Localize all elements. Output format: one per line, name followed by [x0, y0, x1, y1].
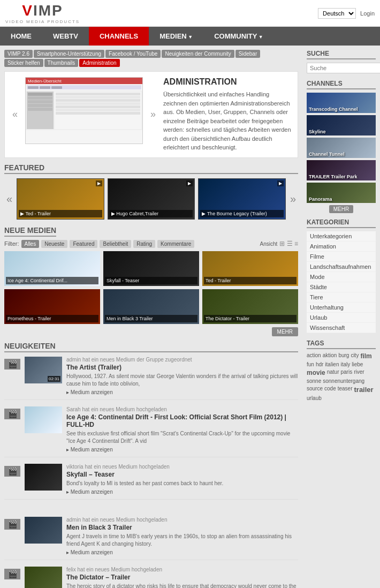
tag-trailer[interactable]: trailer — [354, 386, 374, 394]
nav-webtv[interactable]: WEBTV — [42, 27, 89, 46]
tags-cloud: action aktion burg city film fun hdr ita… — [307, 352, 376, 401]
news-link-0[interactable]: Medium anzeigen — [66, 389, 298, 395]
channel-thumb-tunnel: Channel Tunnel — [307, 138, 376, 158]
filter-kommentare[interactable]: Kommentare — [157, 240, 194, 248]
breadcrumb-thumbnails[interactable]: Thumbnails — [44, 59, 79, 67]
nav-community[interactable]: COMMUNITY — [203, 27, 274, 46]
breadcrumb-smartphone[interactable]: Smartphone-Unterstützung — [34, 50, 104, 58]
nav-home[interactable]: HOME — [0, 27, 42, 46]
media-thumb-5: The Dictator - Trailer — [202, 289, 298, 324]
news-title-4[interactable]: The Dictator – Trailer — [66, 574, 298, 581]
filter-rating[interactable]: Rating — [133, 240, 155, 248]
news-item-0: 🎬 02:31 admin hat ein neues Medium der G… — [4, 357, 298, 400]
filter-beliebtheit[interactable]: Beliebtheit — [100, 240, 131, 248]
tag-action[interactable]: action — [307, 352, 321, 360]
tags-title: TAGS — [307, 340, 376, 349]
breadcrumb-sticker[interactable]: Sticker helfen — [4, 59, 43, 67]
channels-title: CHANNELS — [307, 80, 376, 89]
media-item-4[interactable]: Men in Black 3 Trailer — [103, 289, 199, 324]
channel-trailer[interactable]: TRAILER Trailer Park — [307, 160, 376, 180]
tag-urlaub[interactable]: urlaub — [307, 395, 322, 401]
filter-neueste[interactable]: Neueste — [41, 240, 67, 248]
media-item-0[interactable]: Ice Age 4: Continental Drif... — [4, 251, 100, 286]
tag-river[interactable]: river — [354, 369, 364, 376]
news-content-4: felix hat ein neues Medium hochgeladen T… — [66, 567, 298, 589]
kat-wissenschaft[interactable]: Wissenschaft — [307, 323, 376, 333]
kat-tiere[interactable]: Tiere — [307, 292, 376, 303]
breadcrumb-neuigkeiten[interactable]: Neuigkeiten der Community — [162, 50, 234, 58]
tag-sonnenuntergang[interactable]: sonnenuntergang — [323, 378, 364, 384]
tag-italien[interactable]: italien — [325, 361, 339, 367]
news-link-3[interactable]: Medium anzeigen — [66, 549, 298, 555]
tag-burg[interactable]: burg — [338, 352, 349, 360]
tag-aktion[interactable]: aktion — [323, 352, 337, 360]
next-arrow[interactable]: » — [148, 77, 158, 152]
tag-italy[interactable]: italy — [341, 361, 351, 367]
mehr-button[interactable]: MEHR — [272, 327, 298, 336]
channel-panorama[interactable]: Panorama — [307, 183, 376, 203]
filter-featured[interactable]: Featured — [70, 240, 97, 248]
featured-grid: ▶ Ted - Trailer ▶ ▶ Hugo Cabret,Trailer … — [17, 178, 286, 220]
media-label-4: Men in Black 3 Trailer — [105, 315, 197, 322]
news-link-2[interactable]: Medium anzeigen — [66, 489, 298, 495]
news-meta-1: Sarah hat ein neues Medium hochgeladen — [66, 406, 298, 412]
tag-source[interactable]: source — [307, 386, 323, 394]
featured-item-0[interactable]: ▶ Ted - Trailer ▶ — [17, 178, 104, 220]
featured-prev[interactable]: « — [4, 193, 14, 205]
tag-film[interactable]: film — [360, 352, 371, 360]
featured-next[interactable]: » — [288, 193, 298, 205]
tag-teaser[interactable]: teaser — [338, 386, 353, 394]
breadcrumb-facebook[interactable]: Facebook / YouTube — [105, 50, 161, 58]
kat-unterkategorien[interactable]: Unterkategorien — [307, 231, 376, 242]
kat-filme[interactable]: Filme — [307, 252, 376, 262]
language-select[interactable]: Deutsch English — [318, 8, 356, 19]
kat-urlaub[interactable]: Urlaub — [307, 313, 376, 323]
kat-mode[interactable]: Mode — [307, 272, 376, 282]
filter-alles[interactable]: Alles — [21, 240, 40, 248]
news-link-1[interactable]: Medium anzeigen — [66, 447, 298, 453]
tag-natur[interactable]: natur — [327, 369, 339, 376]
kat-staedte[interactable]: Städte — [307, 282, 376, 292]
news-title-1[interactable]: Ice Age 4: Continental Drift - First Loo… — [66, 413, 298, 428]
media-item-3[interactable]: Prometheus - Trailer — [4, 289, 100, 324]
tag-sonne[interactable]: sonne — [307, 378, 321, 384]
breadcrumb-sidebar[interactable]: Sidebar — [235, 50, 260, 58]
tag-movie[interactable]: movie — [307, 369, 325, 376]
featured-thumb-0: ▶ Ted - Trailer — [17, 179, 104, 219]
news-content-0: admin hat ein neues Medium der Gruppe zu… — [66, 357, 298, 395]
prev-arrow[interactable]: « — [10, 77, 20, 152]
media-item-1[interactable]: Skyfall - Teaser — [103, 251, 199, 286]
news-title-2[interactable]: Skyfall – Teaser — [66, 471, 298, 478]
kategorien-list: Unterkategorien Animation Filme Landscha… — [307, 231, 376, 333]
tag-liebe[interactable]: liebe — [352, 361, 363, 367]
media-item-2[interactable]: Ted - Trailer — [202, 251, 298, 286]
channel-skyline[interactable]: Skyline — [307, 115, 376, 135]
tag-paris[interactable]: paris — [340, 369, 352, 376]
tag-hdr[interactable]: hdr — [316, 361, 323, 367]
news-desc-4: The heroic story of a dictator who risks… — [66, 583, 298, 589]
tag-code[interactable]: code — [324, 386, 336, 394]
kat-animation[interactable]: Animation — [307, 242, 376, 252]
nav-medien[interactable]: MEDIEN — [149, 27, 203, 46]
featured-item-1[interactable]: ▶ Hugo Cabret,Trailer ▶ — [108, 178, 195, 220]
search-input[interactable] — [307, 63, 380, 73]
nav-channels[interactable]: CHANNELS — [89, 27, 149, 46]
channel-tunnel[interactable]: Channel Tunnel — [307, 138, 376, 158]
breadcrumb-vimp[interactable]: VIMP 2.6 — [4, 50, 33, 58]
news-title-0[interactable]: The Artist (Trailer) — [66, 364, 298, 371]
news-title-3[interactable]: Men in Black 3 Trailer — [66, 524, 298, 531]
kategorien-section: KATEGORIEN Unterkategorien Animation Fil… — [307, 218, 376, 333]
featured-item-2[interactable]: ▶ The Bourne Legacy (Trailer) ▶ — [198, 178, 286, 220]
channel-transcoding[interactable]: Transcoding Channel — [307, 93, 376, 113]
kat-unterhaltung[interactable]: Unterhaltung — [307, 303, 376, 313]
media-label-2: Ted - Trailer — [204, 277, 297, 284]
login-link[interactable]: Login — [360, 10, 375, 17]
media-item-5[interactable]: The Dictator - Trailer — [202, 289, 298, 324]
news-meta-3: admin hat ein neues Medium hochgeladen — [66, 517, 298, 523]
tag-fun[interactable]: fun — [307, 361, 314, 367]
kat-landschaft[interactable]: Landschaftsaufnahmen — [307, 262, 376, 272]
breadcrumb-admin[interactable]: Administration — [79, 59, 119, 67]
mehr-channels-button[interactable]: MEHR — [329, 205, 353, 213]
tag-city[interactable]: city — [351, 352, 359, 360]
search-box: 🔍 — [307, 63, 376, 73]
